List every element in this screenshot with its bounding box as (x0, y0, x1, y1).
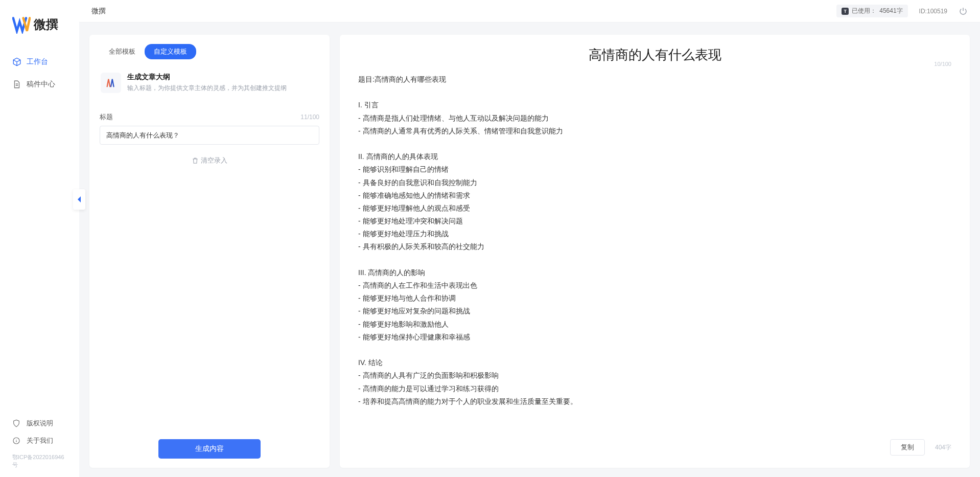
sidebar: 微撰 工作台 稿件中心 版权说明 关于我们 鄂ICP备202201 (0, 0, 79, 477)
title-section: 标题 11/100 (100, 112, 319, 145)
text-badge-icon: T (842, 8, 849, 15)
output-body: 题目:高情商的人有哪些表现 I. 引言 - 高情商是指人们处理情绪、与他人互动以… (358, 73, 951, 408)
trash-icon (192, 157, 199, 164)
template-meta: 生成文章大纲 输入标题，为你提供文章主体的灵感，并为其创建推文提纲 (127, 73, 287, 93)
nav-main: 工作台 稿件中心 (0, 52, 79, 94)
logo: 微撰 (0, 15, 79, 52)
tabs: 全部模板 自定义模板 (100, 44, 319, 59)
char-count: 11/100 (300, 113, 319, 121)
copy-button[interactable]: 复制 (890, 439, 925, 456)
collapse-sidebar-button[interactable] (73, 189, 85, 210)
user-id: ID:100519 (919, 8, 947, 15)
usage-label: 已使用： (852, 7, 876, 15)
template-desc: 输入标题，为你提供文章主体的灵感，并为其创建推文提纲 (127, 84, 287, 93)
output-title: 高情商的人有什么表现 (358, 46, 951, 64)
topbar: 微撰 T 已使用： 45641字 ID:100519 (79, 0, 980, 22)
main: 微撰 T 已使用： 45641字 ID:100519 全部模板 自定 (79, 0, 980, 477)
usage-pill[interactable]: T 已使用： 45641字 (836, 5, 907, 17)
title-char-count: 10/100 (934, 61, 951, 67)
tab-all-templates[interactable]: 全部模板 (100, 44, 145, 59)
output-footer: 复制 404字 (890, 439, 951, 456)
nav-label: 工作台 (27, 57, 48, 66)
usage-value: 45641字 (879, 7, 902, 15)
icp-text: 鄂ICP备2022016946号 (4, 449, 75, 469)
title-input[interactable] (100, 126, 319, 145)
sidebar-bottom: 版权说明 关于我们 鄂ICP备2022016946号 (0, 415, 79, 469)
nav-label: 关于我们 (27, 436, 53, 445)
logo-icon (12, 15, 31, 34)
right-panel: 高情商的人有什么表现 10/100 题目:高情商的人有哪些表现 I. 引言 - … (340, 35, 970, 468)
generate-button[interactable]: 生成内容 (158, 439, 261, 459)
template-title: 生成文章大纲 (127, 73, 287, 82)
clear-input-button[interactable]: 清空录入 (100, 156, 319, 165)
field-label-title: 标题 (100, 112, 113, 122)
tab-custom-templates[interactable]: 自定义模板 (145, 44, 196, 59)
nav-drafts[interactable]: 稿件中心 (4, 75, 75, 94)
left-panel: 全部模板 自定义模板 生成文章大纲 输入标题，为你提供文章主体的灵感，并为其创建… (89, 35, 330, 468)
cube-icon (12, 57, 21, 66)
page-title: 微撰 (91, 7, 106, 16)
topbar-right: T 已使用： 45641字 ID:100519 (836, 5, 968, 17)
nav-about[interactable]: 关于我们 (4, 432, 75, 449)
power-icon[interactable] (959, 7, 968, 16)
nav-workspace[interactable]: 工作台 (4, 52, 75, 72)
info-icon (12, 436, 21, 445)
nav-copyright[interactable]: 版权说明 (4, 415, 75, 432)
template-icon (101, 73, 121, 93)
template-card: 生成文章大纲 输入标题，为你提供文章主体的灵感，并为其创建推文提纲 (100, 70, 319, 100)
doc-icon (12, 80, 21, 89)
word-count: 404字 (935, 443, 951, 452)
nav-label: 稿件中心 (27, 80, 55, 89)
output-title-row: 高情商的人有什么表现 10/100 (358, 46, 951, 64)
clear-label: 清空录入 (201, 156, 227, 165)
nav-label: 版权说明 (27, 419, 53, 428)
shield-icon (12, 419, 21, 428)
content: 全部模板 自定义模板 生成文章大纲 输入标题，为你提供文章主体的灵感，并为其创建… (79, 22, 980, 477)
logo-text: 微撰 (34, 16, 58, 33)
